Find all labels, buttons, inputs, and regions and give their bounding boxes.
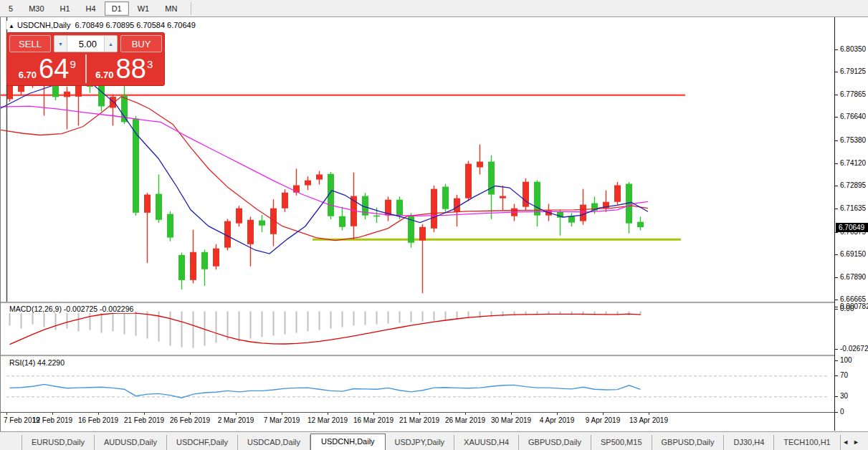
pane-divider[interactable] <box>1 355 868 357</box>
buy-button[interactable]: BUY <box>120 35 162 52</box>
rsi-axis-label: 100 <box>835 356 852 364</box>
date-tick <box>52 413 53 415</box>
sell-price-big: 64 <box>39 56 69 82</box>
sell-price-pip: 9 <box>70 58 75 70</box>
chart-tab-SP500-M15[interactable]: SP500,M15 <box>591 435 652 450</box>
rsi-axis-label: 30 <box>835 392 848 400</box>
macd-axis-bottom-label: -0.026721 <box>835 345 868 353</box>
chart-title: ▲USDCNH,Daily 6.70849 6.70895 6.70584 6.… <box>6 21 198 29</box>
chart-tab-USDCHF-Daily[interactable]: USDCHF,Daily <box>167 435 238 450</box>
pane-divider[interactable] <box>1 302 868 304</box>
buy-price-big: 88 <box>116 56 146 82</box>
sell-button[interactable]: SELL <box>9 35 51 52</box>
rsi-axis-label: 70 <box>835 371 848 379</box>
date-label: 12 Mar 2019 <box>307 416 348 424</box>
collapse-triangle-icon[interactable]: ▲ <box>9 23 14 29</box>
date-label: 16 Feb 2019 <box>78 416 118 424</box>
macd-axis-zero-label: 0.00 <box>835 305 854 312</box>
date-tick <box>373 413 374 415</box>
chart-symbol-label: USDCNH,Daily <box>17 21 71 29</box>
tab-scroll-left-icon[interactable]: ◄ <box>842 439 853 446</box>
date-label: 30 Mar 2019 <box>491 416 531 424</box>
price-axis-label: 6.75380 <box>835 136 866 144</box>
date-tick <box>144 413 145 415</box>
buy-price[interactable]: 6.70 88 3 <box>85 54 163 83</box>
volume-input[interactable]: 5.00 <box>67 36 104 52</box>
volume-increase-icon[interactable]: ▲ <box>104 36 117 52</box>
date-tick <box>190 413 191 415</box>
chart-tab-XAUUSD-H4[interactable]: XAUUSD,H4 <box>454 435 519 450</box>
price-axis-label: 6.69150 <box>835 250 866 258</box>
chart-tab-USDCNH-Daily[interactable]: USDCNH,Daily <box>310 434 386 450</box>
date-label: 12 Feb 2019 <box>32 416 72 424</box>
price-axis-label: 6.71635 <box>835 204 866 212</box>
tab-scroll-arrows: ◄► <box>842 439 864 446</box>
date-tick <box>6 413 7 415</box>
chart-tab-DJ30-H4[interactable]: DJ30,H4 <box>724 435 774 450</box>
buy-price-prefix: 6.70 <box>95 70 113 80</box>
sell-price-prefix: 6.70 <box>19 70 37 80</box>
date-tick <box>328 413 328 415</box>
date-tick <box>557 413 558 415</box>
date-label: 7 Mar 2019 <box>264 416 300 424</box>
chart-tab-USDCAD-Daily[interactable]: USDCAD,Daily <box>238 435 310 450</box>
date-label: 21 Feb 2019 <box>124 416 164 424</box>
timeframe-button-H4[interactable]: H4 <box>79 1 103 16</box>
date-tick <box>282 413 282 415</box>
date-tick <box>603 413 604 415</box>
price-axis-label: 6.72895 <box>835 181 866 189</box>
price-axis-label: 6.79125 <box>835 67 866 75</box>
timeframe-button-D1[interactable]: D1 <box>105 1 129 16</box>
one-click-trading-panel: SELL ▼ 5.00 ▲ BUY 6.70 64 9 6.70 88 3 <box>6 32 165 86</box>
timeframe-button-MN[interactable]: MN <box>158 1 184 16</box>
date-tick <box>236 413 237 415</box>
chart-tab-bar: EURUSD,DailyAUDUSD,DailyUSDCHF,DailyUSDC… <box>0 431 868 450</box>
price-axis-label: 6.77865 <box>835 90 866 98</box>
timeframe-button-H1[interactable]: H1 <box>53 1 77 16</box>
current-price-tag: 6.70649 <box>836 223 868 232</box>
date-axis[interactable]: 7 Feb 201912 Feb 201916 Feb 201921 Feb 2… <box>1 412 834 432</box>
chart-tab-GBPUSD-Daily[interactable]: GBPUSD,Daily <box>652 435 725 450</box>
date-label: 26 Mar 2019 <box>445 416 485 424</box>
toolbar-separator <box>191 2 191 15</box>
date-label: 16 Mar 2019 <box>353 416 394 424</box>
price-axis-label: 6.66665 <box>835 295 866 303</box>
chart-tab-AUDUSD-Daily[interactable]: AUDUSD,Daily <box>95 435 167 450</box>
timeframe-button-W1[interactable]: W1 <box>130 1 157 16</box>
date-tick <box>419 413 420 415</box>
rsi-indicator-label: RSI(14) 44.2290 <box>8 358 66 367</box>
trading-platform-window: 5M30H1H4D1W1MN ▲USDCNH,Daily 6.70849 6.7… <box>0 0 868 450</box>
date-tick <box>511 413 512 415</box>
chart-area: ▲USDCNH,Daily 6.70849 6.70895 6.70584 6.… <box>0 17 868 431</box>
rsi-axis-label: 0 <box>835 408 844 416</box>
chart-ohlc-values: 6.70849 6.70895 6.70584 6.70649 <box>75 21 196 29</box>
volume-decrease-icon[interactable]: ▼ <box>54 36 67 52</box>
date-tick <box>649 413 649 415</box>
date-tick <box>465 413 466 415</box>
macd-indicator-label: MACD(12,26,9) -0.002725 -0.002296 <box>8 305 135 313</box>
timeframe-button-M30[interactable]: M30 <box>22 1 51 16</box>
date-label: 26 Feb 2019 <box>170 416 210 424</box>
chart-tab-USDJPY-Daily[interactable]: USDJPY,Daily <box>386 435 455 450</box>
volume-spinner: ▼ 5.00 ▲ <box>54 35 118 52</box>
chart-tab-GBPUSD-Daily[interactable]: GBPUSD,Daily <box>519 435 591 450</box>
date-label: 13 Apr 2019 <box>629 416 668 424</box>
price-axis-label: 6.74120 <box>835 159 866 167</box>
date-label: 4 Apr 2019 <box>540 416 574 424</box>
price-axis-label: 6.76640 <box>835 112 866 120</box>
chart-tab-EURUSD-Daily[interactable]: EURUSD,Daily <box>22 435 95 450</box>
timeframe-button-5[interactable]: 5 <box>1 1 20 16</box>
price-axis-label: 6.67890 <box>835 273 866 281</box>
date-tick <box>98 413 99 415</box>
buy-price-pip: 3 <box>147 58 153 70</box>
date-label: 2 Mar 2019 <box>218 416 254 424</box>
timeframe-toolbar: 5M30H1H4D1W1MN <box>0 0 868 17</box>
tab-scroll-right-icon[interactable]: ► <box>853 439 864 446</box>
price-axis[interactable]: 6.70649 0.000782 0.00 -0.026721 6.803506… <box>834 17 868 431</box>
sell-price[interactable]: 6.70 64 9 <box>9 54 85 83</box>
date-label: 9 Apr 2019 <box>586 416 620 424</box>
chart-tab-TECH100-H1[interactable]: TECH100,H1 <box>774 435 840 450</box>
price-axis-label: 6.80350 <box>835 45 866 53</box>
date-label: 21 Mar 2019 <box>399 416 439 424</box>
